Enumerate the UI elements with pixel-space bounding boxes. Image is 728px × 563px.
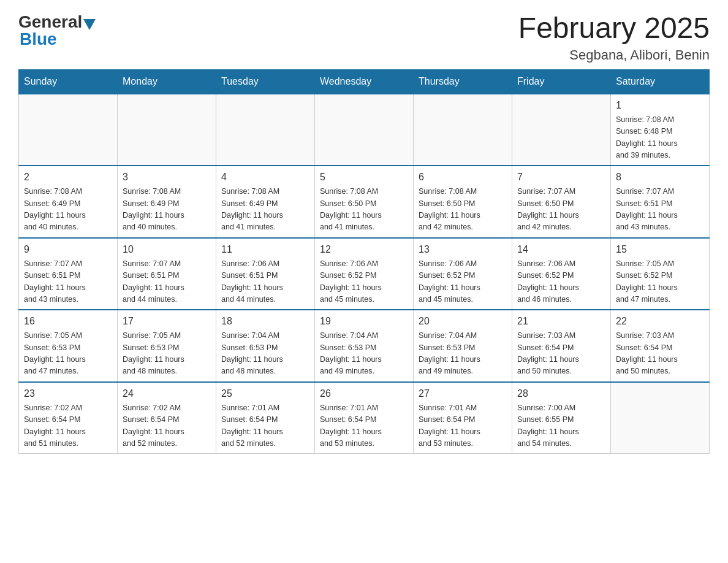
calendar-cell: [414, 94, 512, 166]
calendar-cell: [216, 94, 315, 166]
day-number: 19: [320, 314, 408, 329]
day-number: 1: [616, 98, 704, 113]
week-row-1: 1Sunrise: 7:08 AM Sunset: 6:48 PM Daylig…: [19, 94, 710, 166]
day-number: 14: [517, 242, 605, 257]
calendar-cell: 15Sunrise: 7:05 AM Sunset: 6:52 PM Dayli…: [611, 238, 710, 310]
calendar-cell: 28Sunrise: 7:00 AM Sunset: 6:55 PM Dayli…: [512, 382, 611, 454]
day-number: 11: [221, 242, 309, 257]
title-block: February 2025 Segbana, Alibori, Benin: [518, 12, 710, 63]
calendar-cell: 14Sunrise: 7:06 AM Sunset: 6:52 PM Dayli…: [512, 238, 611, 310]
day-number: 5: [320, 170, 408, 185]
column-header-sunday: Sunday: [19, 69, 118, 94]
week-row-2: 2Sunrise: 7:08 AM Sunset: 6:49 PM Daylig…: [19, 166, 710, 238]
calendar-header-row: SundayMondayTuesdayWednesdayThursdayFrid…: [19, 69, 710, 94]
calendar-cell: 1Sunrise: 7:08 AM Sunset: 6:48 PM Daylig…: [611, 94, 710, 166]
day-number: 26: [320, 386, 408, 401]
day-number: 4: [221, 170, 309, 185]
calendar-cell: 8Sunrise: 7:07 AM Sunset: 6:51 PM Daylig…: [611, 166, 710, 238]
day-number: 23: [24, 386, 112, 401]
day-info: Sunrise: 7:06 AM Sunset: 6:52 PM Dayligh…: [320, 258, 408, 306]
column-header-saturday: Saturday: [611, 69, 710, 94]
calendar-cell: 7Sunrise: 7:07 AM Sunset: 6:50 PM Daylig…: [512, 166, 611, 238]
day-number: 25: [221, 386, 309, 401]
week-row-4: 16Sunrise: 7:05 AM Sunset: 6:53 PM Dayli…: [19, 310, 710, 382]
day-info: Sunrise: 7:03 AM Sunset: 6:54 PM Dayligh…: [616, 330, 704, 378]
day-number: 10: [123, 242, 211, 257]
column-header-monday: Monday: [118, 69, 216, 94]
day-info: Sunrise: 7:07 AM Sunset: 6:51 PM Dayligh…: [24, 258, 112, 306]
day-info: Sunrise: 7:04 AM Sunset: 6:53 PM Dayligh…: [320, 330, 408, 378]
day-info: Sunrise: 7:05 AM Sunset: 6:52 PM Dayligh…: [616, 258, 704, 306]
calendar-cell: [315, 94, 414, 166]
day-info: Sunrise: 7:01 AM Sunset: 6:54 PM Dayligh…: [320, 402, 408, 450]
calendar-cell: 25Sunrise: 7:01 AM Sunset: 6:54 PM Dayli…: [216, 382, 315, 454]
day-number: 8: [616, 170, 704, 185]
day-number: 22: [616, 314, 704, 329]
calendar-cell: 11Sunrise: 7:06 AM Sunset: 6:51 PM Dayli…: [216, 238, 315, 310]
calendar-cell: [611, 382, 710, 454]
month-title: February 2025: [518, 12, 710, 45]
day-number: 7: [517, 170, 605, 185]
day-number: 17: [123, 314, 211, 329]
day-info: Sunrise: 7:08 AM Sunset: 6:49 PM Dayligh…: [221, 186, 309, 234]
day-info: Sunrise: 7:05 AM Sunset: 6:53 PM Dayligh…: [123, 330, 211, 378]
day-info: Sunrise: 7:04 AM Sunset: 6:53 PM Dayligh…: [419, 330, 507, 378]
day-number: 13: [419, 242, 507, 257]
calendar-cell: 24Sunrise: 7:02 AM Sunset: 6:54 PM Dayli…: [118, 382, 216, 454]
calendar-cell: 2Sunrise: 7:08 AM Sunset: 6:49 PM Daylig…: [19, 166, 118, 238]
calendar-cell: [512, 94, 611, 166]
day-number: 28: [517, 386, 605, 401]
day-number: 24: [123, 386, 211, 401]
day-number: 12: [320, 242, 408, 257]
column-header-friday: Friday: [512, 69, 611, 94]
day-number: 9: [24, 242, 112, 257]
day-number: 18: [221, 314, 309, 329]
week-row-3: 9Sunrise: 7:07 AM Sunset: 6:51 PM Daylig…: [19, 238, 710, 310]
day-info: Sunrise: 7:02 AM Sunset: 6:54 PM Dayligh…: [24, 402, 112, 450]
logo-triangle-icon: [83, 19, 96, 30]
day-info: Sunrise: 7:06 AM Sunset: 6:51 PM Dayligh…: [221, 258, 309, 306]
day-info: Sunrise: 7:00 AM Sunset: 6:55 PM Dayligh…: [517, 402, 605, 450]
logo: General Blue: [18, 12, 97, 49]
calendar-cell: 16Sunrise: 7:05 AM Sunset: 6:53 PM Dayli…: [19, 310, 118, 382]
calendar-cell: 10Sunrise: 7:07 AM Sunset: 6:51 PM Dayli…: [118, 238, 216, 310]
day-info: Sunrise: 7:01 AM Sunset: 6:54 PM Dayligh…: [419, 402, 507, 450]
calendar-cell: 3Sunrise: 7:08 AM Sunset: 6:49 PM Daylig…: [118, 166, 216, 238]
week-row-5: 23Sunrise: 7:02 AM Sunset: 6:54 PM Dayli…: [19, 382, 710, 454]
day-info: Sunrise: 7:06 AM Sunset: 6:52 PM Dayligh…: [517, 258, 605, 306]
calendar-cell: 20Sunrise: 7:04 AM Sunset: 6:53 PM Dayli…: [414, 310, 512, 382]
calendar-cell: 27Sunrise: 7:01 AM Sunset: 6:54 PM Dayli…: [414, 382, 512, 454]
day-info: Sunrise: 7:07 AM Sunset: 6:50 PM Dayligh…: [517, 186, 605, 234]
day-info: Sunrise: 7:05 AM Sunset: 6:53 PM Dayligh…: [24, 330, 112, 378]
day-number: 20: [419, 314, 507, 329]
day-info: Sunrise: 7:02 AM Sunset: 6:54 PM Dayligh…: [123, 402, 211, 450]
day-number: 16: [24, 314, 112, 329]
day-info: Sunrise: 7:07 AM Sunset: 6:51 PM Dayligh…: [123, 258, 211, 306]
day-number: 3: [123, 170, 211, 185]
day-info: Sunrise: 7:07 AM Sunset: 6:51 PM Dayligh…: [616, 186, 704, 234]
day-info: Sunrise: 7:01 AM Sunset: 6:54 PM Dayligh…: [221, 402, 309, 450]
calendar-cell: 21Sunrise: 7:03 AM Sunset: 6:54 PM Dayli…: [512, 310, 611, 382]
day-info: Sunrise: 7:08 AM Sunset: 6:50 PM Dayligh…: [419, 186, 507, 234]
calendar-cell: [118, 94, 216, 166]
calendar-cell: 12Sunrise: 7:06 AM Sunset: 6:52 PM Dayli…: [315, 238, 414, 310]
location: Segbana, Alibori, Benin: [518, 47, 710, 63]
day-info: Sunrise: 7:04 AM Sunset: 6:53 PM Dayligh…: [221, 330, 309, 378]
day-number: 6: [419, 170, 507, 185]
calendar-cell: 4Sunrise: 7:08 AM Sunset: 6:49 PM Daylig…: [216, 166, 315, 238]
day-info: Sunrise: 7:08 AM Sunset: 6:49 PM Dayligh…: [123, 186, 211, 234]
column-header-wednesday: Wednesday: [315, 69, 414, 94]
day-number: 27: [419, 386, 507, 401]
calendar-cell: 22Sunrise: 7:03 AM Sunset: 6:54 PM Dayli…: [611, 310, 710, 382]
day-number: 15: [616, 242, 704, 257]
calendar-cell: 23Sunrise: 7:02 AM Sunset: 6:54 PM Dayli…: [19, 382, 118, 454]
column-header-tuesday: Tuesday: [216, 69, 315, 94]
day-info: Sunrise: 7:06 AM Sunset: 6:52 PM Dayligh…: [419, 258, 507, 306]
calendar-cell: 17Sunrise: 7:05 AM Sunset: 6:53 PM Dayli…: [118, 310, 216, 382]
calendar-cell: 6Sunrise: 7:08 AM Sunset: 6:50 PM Daylig…: [414, 166, 512, 238]
day-number: 2: [24, 170, 112, 185]
day-info: Sunrise: 7:08 AM Sunset: 6:49 PM Dayligh…: [24, 186, 112, 234]
logo-blue-text: Blue: [18, 29, 57, 49]
day-info: Sunrise: 7:08 AM Sunset: 6:50 PM Dayligh…: [320, 186, 408, 234]
calendar-table: SundayMondayTuesdayWednesdayThursdayFrid…: [18, 69, 710, 454]
